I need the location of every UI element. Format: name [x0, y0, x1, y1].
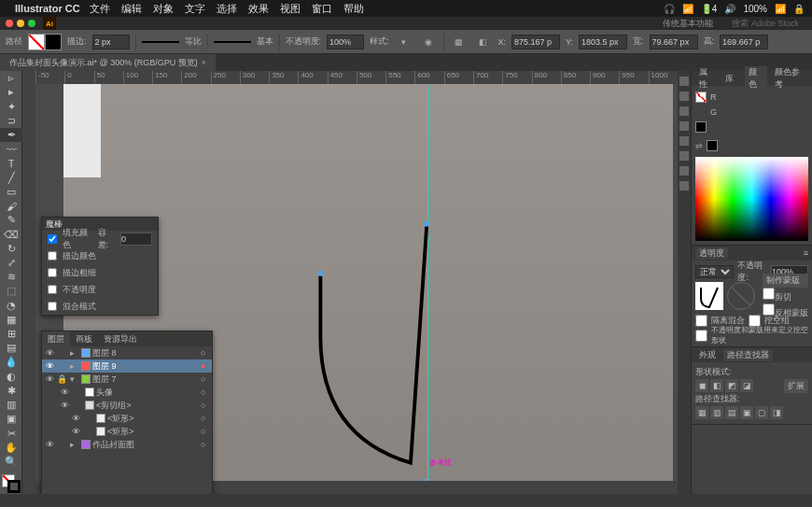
- menu-type[interactable]: 文字: [185, 2, 205, 16]
- dock-icon[interactable]: [679, 92, 689, 101]
- divide-icon[interactable]: ▦: [695, 406, 708, 419]
- free-transform-tool[interactable]: ⬚: [0, 284, 22, 298]
- tab-pathfinder[interactable]: 路径查找器: [723, 349, 773, 361]
- line-tool[interactable]: ╱: [0, 171, 22, 185]
- fill-color-checkbox[interactable]: [48, 234, 57, 244]
- lock-icon[interactable]: 🔒: [57, 374, 68, 384]
- close-tab-icon[interactable]: ×: [202, 58, 206, 67]
- lasso-tool[interactable]: ⊃: [0, 114, 22, 128]
- fill-swatch[interactable]: [28, 34, 45, 50]
- shape-builder-tool[interactable]: ◔: [0, 299, 22, 313]
- mesh-tool[interactable]: ⊞: [0, 327, 22, 341]
- tolerance-input[interactable]: [120, 232, 152, 246]
- visibility-icon[interactable]: 👁: [59, 387, 70, 397]
- brush-def-icon[interactable]: [214, 41, 251, 43]
- knockout-def-checkbox[interactable]: [695, 330, 707, 342]
- panel-menu-icon[interactable]: ≡: [804, 248, 808, 258]
- unite-icon[interactable]: ◼: [695, 379, 708, 392]
- dock-icon[interactable]: [679, 106, 689, 116]
- w-input[interactable]: [650, 35, 698, 49]
- slice-tool[interactable]: ✂: [0, 426, 22, 440]
- tab-artboards[interactable]: 画板: [70, 331, 98, 346]
- artboard-tool[interactable]: ▣: [0, 412, 22, 426]
- ruler-origin[interactable]: [22, 71, 35, 84]
- tab-libraries[interactable]: 库: [721, 73, 737, 85]
- visibility-icon[interactable]: 👁: [44, 361, 55, 371]
- transform-icon[interactable]: ◧: [474, 34, 493, 50]
- stroke-weight-checkbox[interactable]: [48, 268, 57, 277]
- magic-wand-tool[interactable]: ✦: [0, 99, 22, 113]
- style-dropdown[interactable]: ▾: [395, 34, 413, 50]
- app-menu[interactable]: Illustrator CC: [15, 3, 80, 14]
- dock-icon[interactable]: [679, 151, 689, 161]
- visibility-icon[interactable]: 👁: [44, 374, 55, 384]
- zoom-tool[interactable]: 🔍: [0, 455, 22, 469]
- perspective-tool[interactable]: ▦: [0, 313, 22, 327]
- brush-tool[interactable]: 🖌: [0, 199, 22, 213]
- stroke-color-icon[interactable]: [7, 480, 21, 493]
- opacity-checkbox[interactable]: [48, 285, 57, 294]
- type-tool[interactable]: T: [0, 156, 22, 170]
- width-tool[interactable]: ≋: [0, 270, 22, 284]
- dock-icon[interactable]: [679, 121, 689, 131]
- shaper-tool[interactable]: ✎: [0, 213, 22, 227]
- rectangle-tool[interactable]: ▭: [0, 185, 22, 199]
- menu-file[interactable]: 文件: [90, 2, 110, 16]
- workspace-label[interactable]: 传统基本功能: [663, 18, 713, 30]
- stroke-swatch[interactable]: [45, 34, 62, 50]
- minus-back-icon[interactable]: ◨: [770, 406, 783, 419]
- search-stock-input[interactable]: 搜索 Adobe Stock: [732, 18, 799, 30]
- minimize-window-icon[interactable]: [17, 20, 24, 27]
- pen-tool[interactable]: ✒: [0, 128, 22, 142]
- vertical-ruler[interactable]: [22, 84, 35, 494]
- layer-row[interactable]: 👁🔒▾图层 7○: [42, 373, 212, 386]
- layer-row[interactable]: 👁▸作品封面图○: [42, 438, 212, 451]
- layers-panel[interactable]: 图层 画板 资源导出 👁▸图层 8○ 👁▸图层 9● 👁🔒▾图层 7○ 👁头像○…: [41, 331, 213, 494]
- merge-icon[interactable]: ▤: [725, 406, 738, 419]
- tab-appearance[interactable]: 外观: [695, 349, 720, 361]
- menu-view[interactable]: 视图: [280, 2, 301, 16]
- intersect-icon[interactable]: ◩: [725, 379, 738, 392]
- selection-tool[interactable]: ▹: [0, 71, 22, 85]
- menu-window[interactable]: 窗口: [312, 2, 332, 16]
- layer-row[interactable]: 👁▸图层 9●: [42, 359, 212, 373]
- visibility-icon[interactable]: 👁: [70, 427, 81, 436]
- gradient-tool[interactable]: ▤: [0, 341, 22, 355]
- stroke-color-checkbox[interactable]: [48, 251, 57, 261]
- layer-row[interactable]: 👁▸图层 8○: [42, 346, 212, 359]
- dock-icon[interactable]: [679, 136, 689, 146]
- tab-transparency[interactable]: 透明度: [695, 247, 728, 260]
- magic-wand-panel[interactable]: 魔棒 填充颜色容差: 描边颜色 描边粗细 不透明度 混合模式: [41, 217, 159, 316]
- scale-tool[interactable]: ⤢: [0, 256, 22, 270]
- tab-properties[interactable]: 属性: [695, 66, 718, 91]
- minus-front-icon[interactable]: ◧: [710, 379, 723, 392]
- stroke-swatch-icon[interactable]: [695, 121, 707, 133]
- dock-icon[interactable]: [679, 166, 689, 176]
- visibility-icon[interactable]: 👁: [59, 401, 70, 410]
- crop-icon[interactable]: ▣: [740, 406, 753, 419]
- stroke-profile-icon[interactable]: [142, 41, 179, 43]
- rotate-tool[interactable]: ↻: [0, 242, 22, 256]
- outline-icon[interactable]: ▢: [755, 406, 768, 419]
- recolor-icon[interactable]: ◉: [419, 34, 438, 50]
- dock-icon[interactable]: [679, 77, 689, 86]
- visibility-icon[interactable]: 👁: [44, 348, 55, 358]
- maximize-window-icon[interactable]: [28, 20, 35, 27]
- clip-checkbox[interactable]: [763, 288, 775, 300]
- visibility-icon[interactable]: 👁: [44, 440, 55, 449]
- expand-button[interactable]: 扩展: [784, 379, 808, 393]
- menu-select[interactable]: 选择: [217, 2, 237, 16]
- align-icon[interactable]: ▦: [450, 34, 469, 50]
- color-spectrum[interactable]: [695, 157, 808, 241]
- blend-mode-select[interactable]: 正常: [695, 265, 734, 278]
- no-mask-icon[interactable]: [727, 282, 755, 310]
- vertical-guide[interactable]: [427, 84, 428, 481]
- menu-edit[interactable]: 编辑: [121, 2, 142, 16]
- visibility-icon[interactable]: 👁: [70, 414, 81, 423]
- eraser-tool[interactable]: ⌫: [0, 227, 22, 241]
- menu-help[interactable]: 帮助: [343, 2, 364, 16]
- exclude-icon[interactable]: ◪: [740, 379, 753, 392]
- isolate-checkbox[interactable]: [695, 315, 707, 327]
- y-input[interactable]: [579, 35, 627, 49]
- tab-color[interactable]: 颜色: [745, 66, 767, 91]
